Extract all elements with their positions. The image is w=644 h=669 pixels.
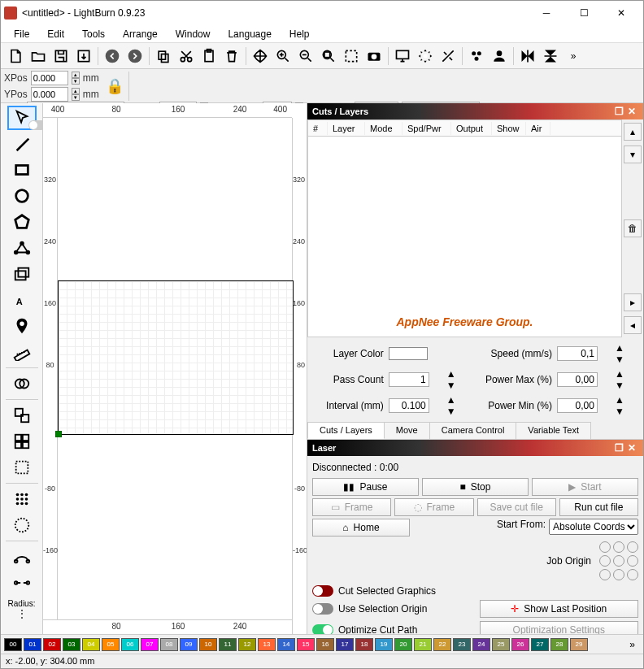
color-swatch-16[interactable]: 16	[316, 638, 334, 651]
pmin-input[interactable]	[557, 398, 598, 413]
color-swatch-14[interactable]: 14	[277, 638, 295, 651]
pass-count-input[interactable]	[389, 372, 429, 387]
xpos-spinner[interactable]: ▲▼	[72, 72, 80, 85]
ypos-input[interactable]	[31, 87, 68, 102]
path-tool[interactable]	[7, 545, 37, 569]
cut-selected-toggle[interactable]	[312, 585, 333, 597]
layer-up-icon[interactable]: ▴	[624, 123, 642, 141]
layer-down-icon[interactable]: ▾	[624, 146, 642, 163]
ypos-spinner[interactable]: ▲▼	[72, 88, 80, 101]
cuts-undock-icon[interactable]: ❐	[612, 105, 625, 118]
new-icon[interactable]	[5, 46, 26, 67]
pmin-spinner[interactable]: ▲▼	[615, 394, 637, 417]
menu-file[interactable]: File	[6, 27, 37, 41]
layer-delete-icon[interactable]: 🗑	[624, 219, 642, 237]
polygon-tool[interactable]	[7, 210, 37, 234]
color-swatch-18[interactable]: 18	[355, 638, 373, 651]
boolean-tool[interactable]	[7, 371, 37, 396]
save-icon[interactable]	[50, 46, 72, 67]
group-tool[interactable]	[7, 429, 37, 454]
show-last-button[interactable]: ✛Show Last Position	[480, 600, 639, 618]
mirror-v-icon[interactable]	[540, 46, 561, 67]
color-swatch-10[interactable]: 10	[199, 638, 217, 651]
settings-icon[interactable]	[415, 46, 436, 67]
optimize-toggle[interactable]	[312, 624, 333, 634]
layer-color-swatch[interactable]	[389, 347, 428, 360]
tab-cuts-layers[interactable]: Cuts / Layers	[307, 422, 385, 439]
color-swatch-23[interactable]: 23	[453, 638, 471, 651]
mirror-h-icon[interactable]	[517, 46, 538, 67]
radial-array-tool[interactable]	[7, 513, 37, 537]
save-cut-button[interactable]: Save cut file	[477, 498, 556, 516]
color-swatch-17[interactable]: 17	[336, 638, 354, 651]
maximize-button[interactable]: ☐	[565, 1, 603, 25]
color-swatch-07[interactable]: 07	[141, 638, 159, 651]
group-icon[interactable]	[466, 46, 487, 67]
color-swatch-08[interactable]: 08	[160, 638, 178, 651]
color-swatch-15[interactable]: 15	[297, 638, 315, 651]
interval-input[interactable]	[389, 398, 429, 413]
color-swatch-06[interactable]: 06	[121, 638, 139, 651]
measure-tool[interactable]	[7, 340, 37, 364]
zoom-in-icon[interactable]	[272, 46, 294, 67]
speed-spinner[interactable]: ▲▼	[615, 342, 637, 365]
lock-icon[interactable]: 🔒	[106, 77, 124, 95]
menu-help[interactable]: Help	[281, 27, 318, 41]
paste-icon[interactable]	[198, 46, 220, 67]
copy-icon[interactable]	[153, 46, 174, 67]
user-icon[interactable]	[489, 46, 510, 67]
speed-input[interactable]	[557, 346, 598, 361]
home-button[interactable]: ⌂Home	[312, 519, 410, 537]
laser-close-icon[interactable]: ✕	[625, 441, 638, 454]
work-area[interactable]	[58, 280, 294, 435]
break-path-tool[interactable]	[7, 571, 37, 595]
zoom-out-icon[interactable]	[295, 46, 316, 67]
color-swatch-20[interactable]: 20	[394, 638, 412, 651]
grid-array-tool[interactable]	[7, 487, 37, 511]
color-swatch-12[interactable]: 12	[238, 638, 256, 651]
color-swatch-13[interactable]: 13	[258, 638, 276, 651]
job-origin-grid[interactable]	[599, 541, 638, 580]
pmax-input[interactable]	[557, 372, 598, 387]
zoom-fit-icon[interactable]	[318, 46, 339, 67]
color-swatch-26[interactable]: 26	[511, 638, 529, 651]
cuts-table[interactable]: # Layer Mode Spd/Pwr Output Show Air App…	[307, 119, 622, 337]
tab-move[interactable]: Move	[384, 422, 430, 439]
color-swatch-21[interactable]: 21	[414, 638, 432, 651]
layer-left-icon[interactable]: ◂	[624, 316, 642, 334]
cut-icon[interactable]	[176, 46, 197, 67]
weld-tool[interactable]	[7, 403, 37, 428]
color-swatch-04[interactable]: 04	[82, 638, 100, 651]
start-button[interactable]: ▶Start	[532, 478, 638, 496]
optimization-settings-button[interactable]: Optimization Settings	[480, 621, 639, 634]
color-swatch-24[interactable]: 24	[472, 638, 490, 651]
xpos-input[interactable]	[31, 71, 68, 85]
color-swatch-01[interactable]: 01	[24, 638, 41, 651]
color-swatch-09[interactable]: 09	[180, 638, 198, 651]
import-icon[interactable]	[73, 46, 94, 67]
pass-spinner[interactable]: ▲▼	[446, 368, 468, 391]
layer-right-icon[interactable]: ▸	[624, 293, 642, 311]
stop-button[interactable]: ■Stop	[422, 478, 529, 496]
overflow-icon[interactable]: »	[563, 46, 584, 67]
color-swatch-25[interactable]: 25	[492, 638, 510, 651]
color-swatch-03[interactable]: 03	[63, 638, 80, 651]
monitor-icon[interactable]	[392, 46, 413, 67]
color-swatch-29[interactable]: 29	[570, 638, 588, 651]
menu-tools[interactable]: Tools	[74, 27, 113, 41]
position-tool[interactable]	[7, 314, 37, 338]
pan-icon[interactable]	[250, 46, 271, 67]
tab-camera-control[interactable]: Camera Control	[429, 422, 517, 439]
menu-arrange[interactable]: Arrange	[115, 27, 166, 41]
color-swatch-19[interactable]: 19	[375, 638, 393, 651]
close-button[interactable]: ✕	[603, 1, 640, 25]
color-swatch-27[interactable]: 27	[531, 638, 549, 651]
tab-variable-text[interactable]: Variable Text	[516, 422, 591, 439]
use-selection-toggle[interactable]	[312, 603, 333, 615]
ungroup-tool[interactable]	[7, 455, 37, 480]
color-swatch-28[interactable]: 28	[550, 638, 568, 651]
menu-edit[interactable]: Edit	[39, 27, 72, 41]
canvas-area[interactable]: 400 80 160 240 400 320 240 160 80 -80 -1…	[43, 103, 307, 634]
offset-tool[interactable]	[7, 262, 37, 286]
color-overflow-icon[interactable]: »	[624, 639, 640, 650]
